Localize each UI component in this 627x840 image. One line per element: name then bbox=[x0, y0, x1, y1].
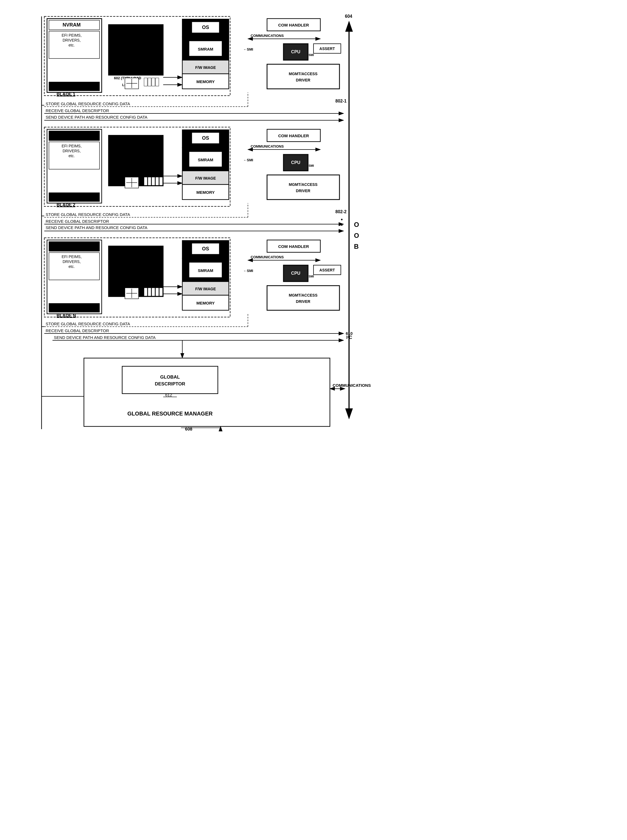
svg-rect-98 bbox=[156, 288, 159, 296]
svg-rect-27 bbox=[192, 22, 219, 33]
blade1-title: BLADE 1 bbox=[57, 92, 76, 96]
receive-bN: RECEIVE GLOBAL DESCRIPTOR bbox=[46, 328, 109, 333]
svg-rect-7 bbox=[47, 19, 102, 92]
svg-rect-118 bbox=[122, 366, 218, 394]
res-mgmt-b2: RESOURCE bbox=[125, 144, 147, 148]
boot-block-b2: BOOT BLOCK bbox=[60, 195, 83, 200]
svg-rect-69 bbox=[267, 129, 320, 142]
send-b2: SEND DEVICE PATH AND RESOURCE CONFIG DAT… bbox=[46, 225, 147, 230]
os-label-b1: OS bbox=[202, 25, 209, 30]
svg-text:etc.: etc. bbox=[69, 154, 75, 158]
svg-rect-97 bbox=[152, 288, 155, 296]
svg-rect-68 bbox=[182, 184, 229, 200]
smi2-b2: SMI bbox=[309, 164, 314, 167]
svg-text:DESCRIPTOR: DESCRIPTOR bbox=[155, 381, 185, 386]
smram-label-b1: SMRAM bbox=[198, 47, 213, 51]
efi-label-b2: EFI PEIMS, bbox=[61, 144, 82, 148]
svg-rect-103 bbox=[189, 262, 222, 277]
svg-text:DRIVER: DRIVER bbox=[296, 299, 310, 304]
svg-rect-35 bbox=[314, 44, 341, 53]
svg-text:COM CODE: COM CODE bbox=[126, 50, 147, 54]
svg-rect-79 bbox=[44, 238, 230, 317]
i2c-label: I²C bbox=[346, 335, 352, 340]
svg-rect-5 bbox=[44, 16, 230, 96]
svg-rect-117 bbox=[84, 358, 330, 426]
svg-rect-104 bbox=[182, 282, 229, 295]
os-label-bN: OS bbox=[202, 246, 209, 252]
svg-text:MANAGEMENT: MANAGEMENT bbox=[122, 39, 150, 43]
load-label-b2a: LOAD bbox=[124, 174, 134, 178]
boot-block-b1: BOOT BLOCK bbox=[60, 85, 83, 89]
dots-indicator: • bbox=[341, 216, 343, 222]
svg-rect-102 bbox=[182, 258, 229, 282]
svg-rect-6 bbox=[47, 19, 102, 92]
global-desc-label: GLOBAL bbox=[160, 375, 180, 380]
svg-rect-81 bbox=[49, 242, 99, 251]
comm-global-label: COMMUNICATIONS bbox=[332, 383, 371, 388]
send-b1: SEND DEVICE PATH AND RESOURCE CONFIG DAT… bbox=[46, 115, 147, 120]
svg-rect-19 bbox=[125, 78, 139, 89]
load-label-b1a: 602 (TYP) LOAD bbox=[114, 76, 141, 80]
svg-text:etc.: etc. bbox=[69, 43, 75, 47]
svg-rect-22 bbox=[144, 78, 147, 86]
svg-rect-106 bbox=[267, 240, 320, 252]
svg-rect-96 bbox=[148, 288, 151, 296]
smi-label-bN: ←SMI bbox=[243, 269, 253, 273]
comm-label-b2: COMMUNICATIONS bbox=[250, 144, 284, 148]
svg-text:MANAGEMENT: MANAGEMENT bbox=[122, 260, 150, 265]
svg-rect-66 bbox=[189, 152, 222, 167]
send-bN: SEND DEVICE PATH AND RESOURCE CONFIG DAT… bbox=[54, 335, 156, 340]
svg-rect-82 bbox=[49, 252, 99, 280]
global-res-mgr-label: GLOBAL RESOURCE MANAGER bbox=[128, 411, 213, 416]
svg-rect-32 bbox=[267, 19, 320, 31]
ref-610: 610 bbox=[346, 331, 353, 336]
memory-label-b1: MEMORY bbox=[197, 79, 215, 84]
svg-rect-45 bbox=[49, 142, 99, 169]
svg-text:etc.: etc. bbox=[69, 264, 75, 269]
svg-rect-110 bbox=[267, 286, 339, 310]
svg-rect-12 bbox=[49, 82, 99, 91]
svg-rect-63 bbox=[182, 130, 229, 148]
store-bN: STORE GLOBAL RESOURCE CONFIG DATA bbox=[46, 322, 130, 326]
store-b1: STORE GLOBAL RESOURCE CONFIG DATA bbox=[46, 101, 130, 106]
nvram-label-b1: NVRAM bbox=[63, 22, 80, 28]
svg-rect-86 bbox=[109, 246, 163, 296]
svg-text:COM CODE: COM CODE bbox=[126, 161, 147, 165]
svg-text:DRIVER: DRIVER bbox=[296, 189, 310, 193]
blade2-title: BLADE 2 bbox=[57, 203, 76, 207]
svg-rect-72 bbox=[267, 175, 339, 200]
svg-text:DRIVERS,: DRIVERS, bbox=[63, 38, 80, 43]
svg-rect-100 bbox=[182, 241, 229, 258]
svg-rect-28 bbox=[182, 37, 229, 60]
svg-rect-29 bbox=[189, 41, 222, 56]
cpu-b2: CPU bbox=[291, 160, 300, 165]
mgmt-b1: MGMT/ACCESS bbox=[289, 72, 318, 76]
svg-text:MANAGEMENT: MANAGEMENT bbox=[122, 150, 150, 154]
smi-label-b1: ←SMI bbox=[243, 47, 253, 51]
svg-rect-65 bbox=[182, 148, 229, 171]
store-b2: STORE GLOBAL RESOURCE CONFIG DATA bbox=[46, 212, 130, 217]
svg-rect-30 bbox=[182, 60, 229, 74]
nvram-label-b2: NVRAM bbox=[63, 133, 80, 138]
svg-rect-101 bbox=[192, 243, 219, 254]
svg-rect-108 bbox=[284, 265, 308, 282]
assert-b1: ASSERT bbox=[320, 46, 335, 51]
svg-rect-55 bbox=[125, 177, 139, 188]
svg-rect-48 bbox=[49, 193, 99, 202]
svg-rect-95 bbox=[144, 288, 147, 296]
diagram-container: NVRAM EFI PEIMS, DRIVERS, etc. BOOT BLOC… bbox=[13, 0, 614, 840]
receive-b1: RECEIVE GLOBAL DESCRIPTOR bbox=[46, 108, 109, 113]
svg-rect-8 bbox=[49, 20, 99, 30]
oob-label-o: O bbox=[354, 221, 359, 228]
svg-rect-59 bbox=[148, 177, 151, 185]
fw-label-b2: F/W IMAGE bbox=[195, 176, 216, 180]
ref-612: 612 bbox=[165, 392, 172, 397]
smram-label-b2: SMRAM bbox=[198, 158, 213, 162]
svg-rect-9 bbox=[49, 31, 99, 58]
load-label-b1b: LOAD bbox=[122, 83, 132, 87]
comm-label-b1: COMMUNICATIONS bbox=[250, 34, 284, 38]
com-handler-b2: COM HANDLER bbox=[278, 133, 309, 138]
fw-label-bN: F/W IMAGE bbox=[195, 287, 216, 291]
svg-rect-80 bbox=[47, 240, 102, 314]
svg-rect-109 bbox=[314, 265, 341, 275]
